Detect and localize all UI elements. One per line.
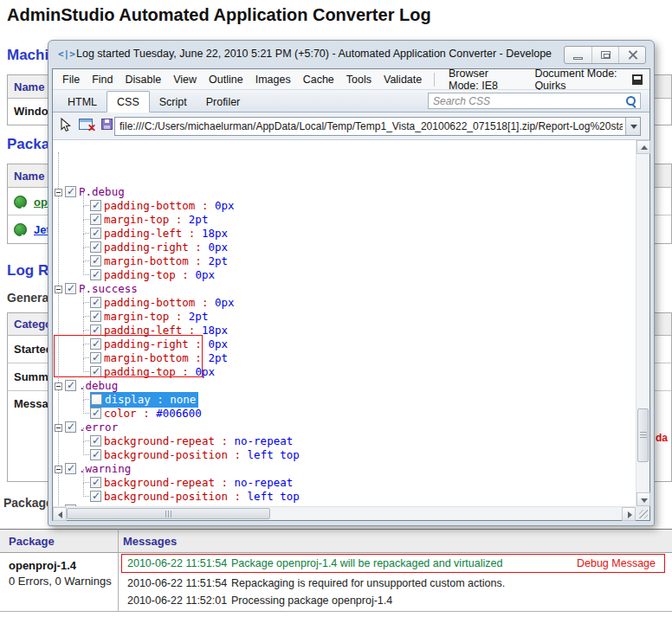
menu-images[interactable]: Images (249, 74, 297, 86)
collapse-icon[interactable] (55, 189, 62, 196)
property-checkbox[interactable] (90, 352, 101, 363)
scroll-down-button[interactable] (636, 492, 650, 506)
property-checkbox[interactable] (90, 228, 101, 239)
url-combobox[interactable]: file:///C:/Users/michaelurman/AppData/Lo… (114, 117, 641, 136)
css-property-row[interactable]: margin-top : 2pt (90, 212, 636, 226)
css-rule-row[interactable]: P.success (55, 281, 636, 295)
css-property-row[interactable]: padding-right : 0px (90, 240, 636, 254)
css-property-row[interactable]: background-position : left top (90, 489, 636, 503)
property-checkbox[interactable] (90, 311, 101, 322)
devtools-window-icon: <|> (58, 48, 75, 60)
message-time: 2010-06-22 11:52:01 (127, 595, 231, 607)
css-property-row[interactable]: padding-left : 18px (90, 323, 636, 337)
property-colon: : (182, 227, 202, 240)
css-property-row[interactable]: padding-left : 18px (90, 226, 636, 240)
rule-checkbox[interactable] (65, 380, 76, 391)
css-property-row[interactable]: display : none (90, 392, 636, 406)
green-check-icon (14, 223, 27, 236)
horizontal-scroll-thumb[interactable] (67, 508, 270, 519)
property-checkbox[interactable] (91, 394, 102, 405)
rule-checkbox[interactable] (65, 421, 76, 433)
property-checkbox[interactable] (90, 200, 101, 211)
scroll-left-button[interactable] (53, 507, 67, 521)
property-checkbox[interactable] (90, 241, 101, 253)
css-property-row[interactable]: padding-bottom : 0px (90, 198, 636, 212)
css-property-row[interactable]: margin-bottom : 2pt (90, 254, 636, 267)
css-property-row[interactable]: margin-top : 2pt (90, 309, 636, 323)
vertical-scrollbar[interactable] (636, 140, 649, 506)
scroll-right-button[interactable] (622, 507, 636, 521)
close-button[interactable] (618, 47, 645, 63)
collapse-icon[interactable] (55, 286, 62, 293)
css-property-row[interactable]: background-position : left top (90, 447, 636, 461)
property-checkbox[interactable] (90, 491, 101, 502)
property-checkbox[interactable] (90, 477, 101, 488)
property-checkbox[interactable] (90, 214, 101, 225)
clear-css-icon[interactable] (79, 119, 93, 130)
resize-grip[interactable] (636, 506, 649, 520)
property-name: padding-right (104, 337, 189, 350)
menu-outline[interactable]: Outline (203, 74, 249, 86)
css-property-row[interactable]: background-repeat : no-repeat (90, 475, 636, 489)
select-element-tool-icon[interactable] (59, 118, 72, 132)
css-rule-row[interactable]: P.debug (55, 184, 636, 198)
menu-disable[interactable]: Disable (119, 74, 167, 86)
css-property-row[interactable]: padding-top : 0px (90, 267, 636, 281)
menu-file[interactable]: File (56, 74, 86, 86)
minimize-icon (573, 57, 583, 60)
menu-find[interactable]: Find (86, 74, 119, 86)
property-checkbox[interactable] (90, 449, 101, 460)
menu-validate[interactable]: Validate (378, 74, 428, 86)
vertical-scroll-thumb[interactable] (637, 408, 649, 462)
menu-view[interactable]: View (167, 74, 203, 86)
document-mode-menu[interactable]: Document Mode: Quirks (527, 67, 631, 92)
tab-css[interactable]: CSS (107, 91, 150, 112)
rule-checkbox[interactable] (65, 283, 76, 294)
css-property-row[interactable]: padding-right : 0px (90, 337, 636, 350)
scroll-up-button[interactable] (636, 140, 650, 154)
collapse-icon[interactable] (55, 466, 62, 473)
minimize-button[interactable] (565, 47, 591, 63)
css-property-row[interactable]: margin-bottom : 2pt (90, 350, 636, 364)
css-property-row[interactable]: padding-top : 0px (90, 364, 636, 378)
css-property-row[interactable]: background-repeat : no-repeat (90, 434, 636, 447)
property-checkbox[interactable] (90, 435, 101, 447)
property-checkbox[interactable] (90, 408, 101, 419)
property-colon: : (176, 268, 196, 281)
menu-cache[interactable]: Cache (297, 74, 340, 86)
property-checkbox[interactable] (90, 269, 101, 280)
property-checkbox[interactable] (90, 297, 101, 308)
property-colon: : (137, 407, 157, 420)
left-arrow-icon (58, 511, 62, 518)
horizontal-scrollbar[interactable] (53, 506, 636, 520)
tab-profiler[interactable]: Profiler (197, 92, 250, 112)
property-value: none (170, 393, 196, 406)
property-value: no-repeat (235, 434, 294, 447)
search-input[interactable]: Search CSS (428, 93, 641, 109)
collapse-icon[interactable] (55, 382, 62, 390)
property-checkbox[interactable] (90, 338, 101, 350)
property-checkbox[interactable] (90, 255, 101, 267)
css-property-row[interactable]: padding-bottom : 0px (90, 295, 636, 309)
menu-tools[interactable]: Tools (340, 74, 378, 86)
collapse-icon[interactable] (55, 424, 62, 432)
css-property-row[interactable]: color : #006600 (90, 406, 636, 420)
restore-button[interactable] (591, 47, 618, 63)
url-dropdown-icon[interactable] (625, 118, 640, 135)
css-rule-row[interactable]: .warning (55, 461, 636, 475)
rule-checkbox[interactable] (65, 186, 76, 197)
browser-mode-menu[interactable]: Browser Mode: IE8 (441, 67, 527, 92)
rule-checkbox[interactable] (65, 463, 76, 474)
search-icon[interactable] (626, 96, 636, 106)
titlebar[interactable]: <|> Log started Tuesday, June 22, 2010 5… (48, 41, 654, 68)
tabstrip: HTMLCSSScriptProfiler Search CSS (53, 90, 649, 112)
property-checkbox[interactable] (90, 366, 101, 377)
save-icon[interactable] (101, 119, 113, 130)
dock-bottom-icon[interactable] (632, 74, 643, 85)
css-rule-row[interactable]: .error (55, 420, 636, 434)
property-checkbox[interactable] (90, 325, 101, 336)
tab-html[interactable]: HTML (58, 92, 107, 112)
tab-script[interactable]: Script (150, 92, 197, 112)
property-colon: : (189, 241, 209, 254)
css-rule-row[interactable]: .debug (55, 378, 636, 392)
